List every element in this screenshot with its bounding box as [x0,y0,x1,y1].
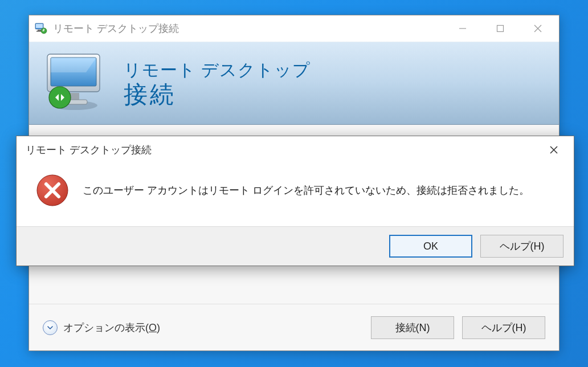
dialog-close-button[interactable] [538,138,569,161]
ok-button[interactable]: OK [389,235,472,258]
maximize-button[interactable] [481,15,519,42]
rdc-app-icon [35,22,47,35]
error-icon [36,174,69,207]
dialog-title: リモート デスクトップ接続 [26,143,538,157]
header-line2: 接続 [124,82,311,107]
header-line1: リモート デスクトップ [124,59,311,82]
main-window-title: リモート デスクトップ接続 [53,22,444,35]
svg-rect-1 [36,24,43,28]
options-label-mnemonic: O [149,322,157,333]
dialog-footer: OK ヘルプ(H) [17,226,574,266]
close-button[interactable] [519,15,557,42]
error-dialog: リモート デスクトップ接続 このユーザー アカウントはリモート ログインを許可さ… [16,136,574,266]
connect-button[interactable]: 接続(N) [371,316,454,339]
chevron-down-icon [43,320,58,335]
main-footer: オプションの表示(O) 接続(N) ヘルプ(H) [29,304,559,350]
svg-rect-6 [497,26,504,32]
options-label-post: ) [157,322,160,333]
show-options-toggle[interactable]: オプションの表示(O) [43,320,160,335]
options-label: オプションの表示(O) [63,321,160,335]
error-message: このユーザー アカウントはリモート ログインを許可されていないため、接続は拒否さ… [83,183,529,198]
dialog-titlebar[interactable]: リモート デスクトップ接続 [17,136,574,164]
main-titlebar[interactable]: リモート デスクトップ接続 [29,15,559,42]
header-band: リモート デスクトップ 接続 [29,42,559,125]
help-button[interactable]: ヘルプ(H) [462,316,545,339]
dialog-help-button[interactable]: ヘルプ(H) [480,235,564,258]
svg-rect-2 [38,30,41,31]
header-text: リモート デスクトップ 接続 [124,59,311,107]
minimize-button[interactable] [444,15,481,42]
options-label-pre: オプションの表示( [63,322,149,333]
window-controls [444,15,557,42]
monitor-icon [43,52,111,115]
dialog-body: このユーザー アカウントはリモート ログインを許可されていないため、接続は拒否さ… [17,164,574,226]
